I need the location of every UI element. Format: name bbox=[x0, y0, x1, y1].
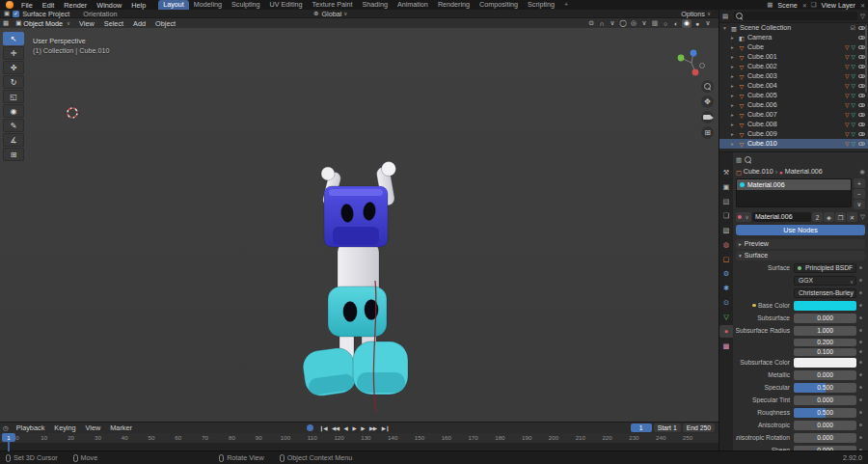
snap-dropdown-icon[interactable]: ∨ bbox=[608, 19, 617, 28]
shading-wireframe-icon[interactable]: ○ bbox=[661, 19, 670, 28]
animate-decorator[interactable] bbox=[856, 350, 865, 353]
outliner-row-cube-005[interactable]: ▸▽Cube.005▽▽ bbox=[719, 91, 868, 100]
menu-file[interactable]: File bbox=[16, 1, 38, 10]
pan-icon[interactable]: ✥ bbox=[701, 96, 714, 108]
zoom-icon[interactable] bbox=[701, 80, 714, 93]
auto-keyframe-toggle[interactable] bbox=[307, 424, 313, 431]
animate-decorator[interactable] bbox=[856, 316, 865, 319]
navigation-gizmo[interactable] bbox=[678, 50, 705, 76]
animate-decorator[interactable] bbox=[856, 341, 865, 343]
view-layer-selector[interactable]: View Layer bbox=[820, 1, 857, 10]
animate-decorator[interactable] bbox=[856, 373, 865, 376]
workspace-tab-modeling[interactable]: Modeling bbox=[189, 0, 227, 10]
field-control[interactable]: 0.200 bbox=[794, 339, 856, 346]
visibility-eye-icon[interactable] bbox=[858, 94, 865, 98]
visibility-eye-icon[interactable] bbox=[858, 123, 865, 127]
animate-decorator[interactable] bbox=[856, 291, 865, 294]
outliner-row-scene-collection[interactable]: ▾▥Scene Collection☑ bbox=[719, 23, 868, 33]
workspace-tab-animation[interactable]: Animation bbox=[393, 0, 433, 10]
mode-dropdown[interactable]: ▣ Object Mode ∨ bbox=[12, 19, 74, 28]
material-name-field[interactable]: Material.006 bbox=[752, 212, 811, 222]
properties-tab-object-data[interactable]: ▽ bbox=[719, 311, 733, 323]
menu-window[interactable]: Window bbox=[92, 1, 126, 10]
field-control[interactable]: 0.000 bbox=[794, 314, 856, 323]
timeline-editor-icon[interactable]: ◷ bbox=[3, 424, 9, 432]
animate-decorator[interactable] bbox=[856, 411, 865, 414]
properties-tab-view-layer[interactable]: ❏ bbox=[719, 209, 733, 222]
shading-material-icon[interactable]: ◉ bbox=[682, 19, 692, 28]
animate-decorator[interactable] bbox=[856, 266, 865, 269]
menu-help[interactable]: Help bbox=[126, 1, 150, 10]
breadcrumb-object[interactable]: Cube.010 bbox=[744, 168, 773, 176]
visibility-eye-icon[interactable] bbox=[858, 65, 865, 69]
properties-tab-tool[interactable]: ⚒ bbox=[719, 166, 733, 178]
field-control[interactable]: 0.000 bbox=[794, 421, 856, 430]
visibility-eye-icon[interactable] bbox=[858, 103, 865, 108]
view-layer-remove-icon[interactable]: ✕ bbox=[859, 2, 866, 9]
outliner-row-cube-001[interactable]: ▸▽Cube.001▽▽ bbox=[719, 52, 868, 62]
disclosure-triangle-icon[interactable]: ▸ bbox=[731, 93, 738, 98]
collection-checkbox-icon[interactable]: ☑ bbox=[851, 25, 855, 31]
workspace-tab-shading[interactable]: Shading bbox=[358, 0, 393, 10]
properties-tab-output[interactable]: ▤ bbox=[719, 195, 733, 207]
timeline-menu-marker[interactable]: Marker bbox=[105, 423, 137, 432]
end-frame-field[interactable]: End 250 bbox=[683, 423, 715, 432]
shading-solid-icon[interactable]: ◐ bbox=[671, 19, 681, 28]
frame-ruler[interactable]: 0102030405060708090100110120130140150160… bbox=[0, 433, 719, 443]
material-slot[interactable]: Material.006 bbox=[737, 179, 851, 190]
fake-user-shield-icon[interactable]: ◈ bbox=[824, 212, 834, 222]
workspace-tab-scripting[interactable]: Scripting bbox=[523, 0, 559, 10]
timeline-menu-view[interactable]: View bbox=[81, 423, 106, 432]
surface-project-checkbox[interactable]: ✓ bbox=[13, 11, 19, 17]
start-frame-field[interactable]: Start 1 bbox=[654, 423, 681, 432]
workspace-tab-rendering[interactable]: Rendering bbox=[433, 0, 475, 10]
viewport-menu-view[interactable]: View bbox=[74, 19, 99, 28]
overlays-dropdown-icon[interactable]: ∨ bbox=[639, 19, 649, 28]
toggle-ortho-icon[interactable]: ⊞ bbox=[701, 126, 714, 139]
animate-decorator[interactable] bbox=[856, 423, 865, 426]
visibility-eye-icon[interactable] bbox=[858, 36, 865, 41]
viewport-menu-add[interactable]: Add bbox=[128, 19, 150, 28]
blender-logo-icon[interactable] bbox=[6, 1, 14, 9]
workspace-tab-layout[interactable]: Layout bbox=[158, 0, 189, 10]
character-model[interactable] bbox=[301, 162, 408, 413]
editor-type-icon[interactable]: ▦ bbox=[3, 19, 9, 27]
field-control[interactable]: 0.000 bbox=[794, 433, 856, 443]
unlink-material-button[interactable]: ✕ bbox=[847, 212, 857, 222]
breadcrumb-material[interactable]: Material.006 bbox=[785, 168, 823, 176]
animate-decorator[interactable] bbox=[856, 304, 865, 307]
users-count-button[interactable]: 2 bbox=[812, 212, 823, 222]
tool-rotate[interactable]: ↻ bbox=[3, 75, 24, 89]
slot-specials-button[interactable]: ∨ bbox=[854, 200, 865, 209]
scene-unlink-icon[interactable]: ✕ bbox=[801, 2, 808, 9]
field-control[interactable]: GGX∨ bbox=[794, 276, 856, 286]
disclosure-triangle-icon[interactable]: ▸ bbox=[731, 102, 738, 108]
overlays-icon[interactable]: ◎ bbox=[629, 19, 638, 28]
snap-magnet-icon[interactable]: ∩ bbox=[597, 19, 607, 28]
disclosure-triangle-icon[interactable]: ▸ bbox=[731, 35, 738, 41]
tool-measure[interactable]: ∡ bbox=[3, 133, 24, 147]
field-control[interactable] bbox=[794, 301, 856, 311]
animate-decorator[interactable] bbox=[856, 329, 865, 332]
outliner-row-cube-004[interactable]: ▸▽Cube.004▽▽ bbox=[719, 81, 868, 91]
disclosure-triangle-icon[interactable]: ▸ bbox=[731, 141, 738, 147]
outliner-row-cube[interactable]: ▸▽Cube▽▽ bbox=[719, 42, 868, 52]
tool-move[interactable]: ✜ bbox=[3, 61, 24, 74]
jump-to-end-button[interactable]: ▶❙ bbox=[380, 425, 392, 431]
active-tool-icon[interactable]: ▣ bbox=[4, 10, 10, 17]
field-control[interactable]: Christensen-Burley∨ bbox=[794, 288, 856, 298]
disclosure-triangle-icon[interactable]: ▸ bbox=[731, 122, 738, 127]
properties-tab-object[interactable]: ▢ bbox=[719, 253, 733, 265]
jump-to-start-button[interactable]: ❙◀ bbox=[317, 425, 329, 431]
next-frame-button[interactable]: ▶ bbox=[359, 425, 366, 431]
timeline-ruler-area[interactable]: 0102030405060708090100110120130140150160… bbox=[0, 433, 719, 451]
visibility-eye-icon[interactable] bbox=[858, 74, 865, 79]
field-control[interactable] bbox=[794, 358, 856, 368]
xray-toggle-icon[interactable]: ▥ bbox=[650, 19, 660, 28]
transform-orientation-dropdown[interactable]: ⊕ Global ∨ bbox=[313, 10, 347, 18]
proportional-edit-icon[interactable]: ◯ bbox=[618, 19, 628, 28]
field-control[interactable]: 1.000 bbox=[794, 326, 856, 336]
tool-annotate[interactable]: ✎ bbox=[3, 119, 24, 132]
visibility-eye-icon[interactable] bbox=[858, 132, 865, 137]
disclosure-triangle-icon[interactable]: ▸ bbox=[731, 44, 738, 50]
